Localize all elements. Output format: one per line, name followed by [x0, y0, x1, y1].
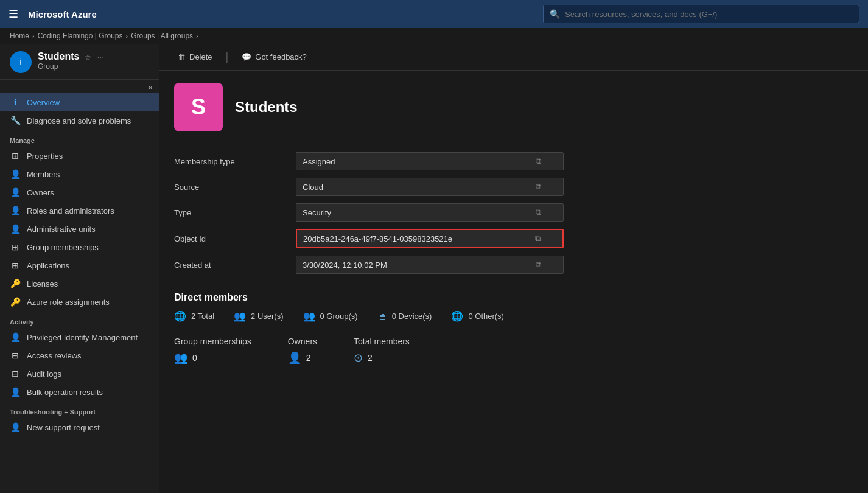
stat-groups-label: 0 Group(s) [320, 312, 358, 321]
sidebar-item-bulk-operation-results[interactable]: 👤 Bulk operation results [0, 383, 159, 401]
copy-type-button[interactable]: ⧉ [536, 208, 541, 217]
sidebar-item-applications[interactable]: ⊞ Applications [0, 256, 159, 274]
sidebar-item-group-memberships[interactable]: ⊞ Group memberships [0, 238, 159, 256]
collapse-sidebar-icon[interactable]: « [148, 82, 153, 92]
topbar: ☰ Microsoft Azure 🔍 [0, 0, 868, 28]
resource-icon-letter: i [19, 57, 22, 68]
breadcrumb-coding-flamingo[interactable]: Coding Flamingo | Groups [38, 32, 123, 40]
sidebar-item-label-members: Members [27, 170, 149, 179]
prop-box-created-at: 3/30/2024, 12:10:02 PM ⧉ [296, 256, 564, 274]
stat-users: 👥 2 User(s) [234, 310, 283, 322]
feedback-label: Got feedback? [255, 52, 307, 61]
prop-label-type: Type [174, 200, 296, 225]
properties-icon: ⊞ [10, 151, 21, 161]
prop-box-source: Cloud ⧉ [296, 178, 564, 196]
sidebar-item-properties[interactable]: ⊞ Properties [0, 147, 159, 165]
summary-total-members-count: 2 [368, 353, 373, 363]
group-name: Students [235, 99, 298, 116]
sidebar-item-administrative-units[interactable]: 👤 Administrative units [0, 220, 159, 238]
copy-membership-type-button[interactable]: ⧉ [536, 156, 541, 166]
favorite-icon[interactable]: ☆ [84, 52, 92, 62]
search-input[interactable] [565, 10, 853, 19]
sidebar-item-label-roles: Roles and administrators [27, 206, 149, 215]
summary-card-title-group-memberships: Group memberships [174, 337, 251, 346]
bulk-op-icon: 👤 [10, 387, 21, 397]
sidebar-item-label-properties: Properties [27, 152, 149, 161]
sidebar-item-overview[interactable]: ℹ Overview [0, 93, 159, 111]
content-area: 🗑 Delete | 💬 Got feedback? S Students [159, 44, 868, 493]
sidebar-nav: ℹ Overview 🔧 Diagnose and solve problems… [0, 93, 159, 493]
breadcrumb-sep-2: › [126, 32, 128, 40]
more-options-icon[interactable]: ··· [97, 52, 104, 62]
resource-header: i Students ☆ ··· Group [0, 44, 159, 80]
delete-label: Delete [189, 52, 212, 61]
overview-content: S Students Membership type Assigned ⧉ So… [159, 71, 868, 377]
breadcrumb: Home › Coding Flamingo | Groups › Groups… [0, 28, 868, 44]
toolbar-separator: | [226, 51, 229, 63]
licenses-icon: 🔑 [10, 279, 21, 288]
diagnose-icon: 🔧 [10, 116, 21, 125]
summary-card-value-owners: 👤 2 [288, 351, 317, 365]
prop-value-created-at: 3/30/2024, 12:10:02 PM ⧉ [296, 252, 673, 278]
prop-text-object-id: 20db5a21-246a-49f7-8541-03598323521e [303, 234, 452, 243]
stat-users-label: 2 User(s) [251, 312, 283, 321]
sidebar-item-azure-role-assignments[interactable]: 🔑 Azure role assignments [0, 293, 159, 311]
roles-icon: 👤 [10, 206, 21, 215]
stat-others: 🌐 0 Other(s) [451, 310, 504, 322]
direct-members-stats: 🌐 2 Total 👥 2 User(s) 👥 0 Group(s) 🖥 0 D… [174, 310, 853, 322]
sidebar-item-label-support: New support request [27, 423, 149, 432]
sidebar-item-owners[interactable]: 👤 Owners [0, 183, 159, 201]
sidebar-item-new-support-request[interactable]: 👤 New support request [0, 418, 159, 436]
sidebar-item-label-diagnose: Diagnose and solve problems [27, 116, 149, 125]
copy-object-id-button[interactable]: ⧉ [535, 234, 541, 243]
sidebar-item-access-reviews[interactable]: ⊟ Access reviews [0, 346, 159, 365]
group-avatar: S [174, 83, 223, 131]
summary-group-icon: 👥 [174, 351, 187, 365]
breadcrumb-home[interactable]: Home [10, 32, 29, 40]
stat-groups: 👥 0 Group(s) [303, 310, 358, 322]
sidebar-item-label-pim: Privileged Identity Management [27, 333, 149, 342]
search-icon: 🔍 [550, 9, 560, 19]
hamburger-icon[interactable]: ☰ [9, 7, 18, 21]
sidebar-item-members[interactable]: 👤 Members [0, 165, 159, 183]
feedback-button[interactable]: 💬 Got feedback? [238, 50, 310, 64]
groups-stat-icon: 👥 [303, 310, 315, 322]
summary-card-title-owners: Owners [288, 337, 317, 346]
prop-box-membership-type: Assigned ⧉ [296, 152, 564, 170]
prop-text-created-at: 3/30/2024, 12:10:02 PM [303, 260, 387, 270]
resource-title-area: Students ☆ ··· Group [38, 51, 149, 71]
group-avatar-letter: S [191, 94, 206, 120]
summary-total-icon: ⊙ [354, 351, 363, 365]
sidebar-item-label-access-reviews: Access reviews [27, 351, 149, 360]
sidebar-item-licenses[interactable]: 🔑 Licenses [0, 274, 159, 293]
overview-icon: ℹ [10, 97, 21, 107]
sidebar-item-label-applications: Applications [27, 261, 149, 270]
stat-total: 🌐 2 Total [174, 310, 214, 322]
total-icon: 🌐 [174, 310, 186, 322]
breadcrumb-all-groups[interactable]: Groups | All groups [131, 32, 193, 40]
devices-icon: 🖥 [377, 311, 387, 322]
copy-created-at-button[interactable]: ⧉ [536, 260, 541, 270]
prop-text-source: Cloud [303, 183, 323, 192]
summary-owners-icon: 👤 [288, 351, 301, 365]
admin-units-icon: 👤 [10, 224, 21, 234]
access-reviews-icon: ⊟ [10, 351, 21, 360]
sidebar-item-audit-logs[interactable]: ⊟ Audit logs [0, 365, 159, 383]
copy-source-button[interactable]: ⧉ [536, 182, 541, 192]
sidebar-item-label-azure-role: Azure role assignments [27, 298, 149, 307]
prop-value-object-id: 20db5a21-246a-49f7-8541-03598323521e ⧉ [296, 225, 673, 252]
resource-subtitle: Group [38, 62, 149, 71]
summary-group-memberships-count: 0 [192, 353, 197, 363]
prop-value-source: Cloud ⧉ [296, 174, 673, 200]
stat-devices-label: 0 Device(s) [392, 312, 432, 321]
sidebar-item-pim[interactable]: 👤 Privileged Identity Management [0, 328, 159, 346]
prop-text-membership-type: Assigned [303, 157, 335, 166]
audit-logs-icon: ⊟ [10, 369, 21, 379]
sidebar-item-diagnose[interactable]: 🔧 Diagnose and solve problems [0, 111, 159, 130]
sidebar-item-label-licenses: Licenses [27, 279, 149, 288]
delete-button[interactable]: 🗑 Delete [174, 50, 216, 64]
pim-icon: 👤 [10, 332, 21, 342]
sidebar-item-roles-and-administrators[interactable]: 👤 Roles and administrators [0, 201, 159, 220]
users-icon: 👥 [234, 310, 246, 322]
manage-section-label: Manage [0, 130, 159, 147]
